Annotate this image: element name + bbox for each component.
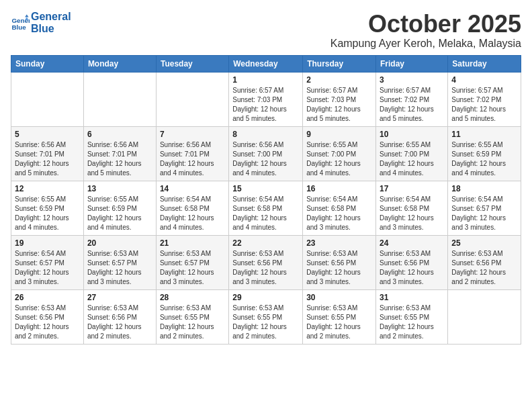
calendar-week-1: 1Sunrise: 6:57 AM Sunset: 7:03 PM Daylig…: [11, 72, 521, 126]
day-info: Sunrise: 6:53 AM Sunset: 6:57 PM Dayligh…: [87, 249, 152, 287]
calendar-cell: 1Sunrise: 6:57 AM Sunset: 7:03 PM Daylig…: [229, 72, 303, 126]
calendar-cell: 7Sunrise: 6:56 AM Sunset: 7:01 PM Daylig…: [156, 126, 228, 181]
day-info: Sunrise: 6:53 AM Sunset: 6:56 PM Dayligh…: [15, 304, 80, 341]
day-info: Sunrise: 6:54 AM Sunset: 6:58 PM Dayligh…: [160, 195, 225, 232]
day-number: 21: [160, 238, 225, 248]
day-number: 16: [306, 184, 372, 193]
day-number: 17: [380, 184, 444, 193]
day-number: 20: [87, 238, 152, 248]
calendar-cell: 14Sunrise: 6:54 AM Sunset: 6:58 PM Dayli…: [156, 181, 228, 235]
calendar-cell: 4Sunrise: 6:57 AM Sunset: 7:02 PM Daylig…: [448, 72, 521, 126]
day-info: Sunrise: 6:56 AM Sunset: 7:01 PM Dayligh…: [15, 140, 80, 178]
day-info: Sunrise: 6:55 AM Sunset: 6:59 PM Dayligh…: [87, 195, 152, 232]
day-info: Sunrise: 6:55 AM Sunset: 7:00 PM Dayligh…: [306, 140, 372, 178]
calendar-cell: 16Sunrise: 6:54 AM Sunset: 6:58 PM Dayli…: [303, 181, 376, 235]
calendar-cell: [448, 289, 521, 344]
day-info: Sunrise: 6:55 AM Sunset: 7:00 PM Dayligh…: [380, 140, 444, 178]
calendar-cell: 21Sunrise: 6:53 AM Sunset: 6:57 PM Dayli…: [156, 235, 228, 289]
day-number: 22: [232, 238, 299, 248]
calendar-cell: 25Sunrise: 6:53 AM Sunset: 6:56 PM Dayli…: [448, 235, 521, 289]
day-number: 10: [380, 130, 444, 139]
day-info: Sunrise: 6:54 AM Sunset: 6:57 PM Dayligh…: [15, 249, 80, 287]
month-title: October 2025: [330, 11, 521, 38]
calendar-cell: 31Sunrise: 6:53 AM Sunset: 6:55 PM Dayli…: [376, 289, 448, 344]
day-number: 7: [160, 130, 225, 139]
day-header-sunday: Sunday: [11, 55, 84, 72]
calendar-table: SundayMondayTuesdayWednesdayThursdayFrid…: [11, 55, 521, 345]
calendar-cell: 24Sunrise: 6:53 AM Sunset: 6:56 PM Dayli…: [376, 235, 448, 289]
calendar-cell: 3Sunrise: 6:57 AM Sunset: 7:02 PM Daylig…: [376, 72, 448, 126]
location-title: Kampung Ayer Keroh, Melaka, Malaysia: [330, 38, 521, 50]
calendar-cell: 18Sunrise: 6:54 AM Sunset: 6:57 PM Dayli…: [448, 181, 521, 235]
day-info: Sunrise: 6:56 AM Sunset: 7:00 PM Dayligh…: [232, 140, 299, 178]
day-info: Sunrise: 6:53 AM Sunset: 6:56 PM Dayligh…: [380, 249, 444, 287]
day-info: Sunrise: 6:53 AM Sunset: 6:56 PM Dayligh…: [232, 249, 299, 287]
calendar-cell: 20Sunrise: 6:53 AM Sunset: 6:57 PM Dayli…: [83, 235, 156, 289]
day-number: 18: [451, 184, 517, 193]
svg-text:Blue: Blue: [11, 23, 26, 30]
day-header-saturday: Saturday: [448, 55, 521, 72]
day-number: 14: [160, 184, 225, 193]
title-area: October 2025 Kampung Ayer Keroh, Melaka,…: [330, 11, 521, 50]
day-number: 8: [232, 130, 299, 139]
day-number: 9: [306, 130, 372, 139]
day-number: 4: [451, 75, 517, 85]
day-header-thursday: Thursday: [303, 55, 376, 72]
day-info: Sunrise: 6:54 AM Sunset: 6:58 PM Dayligh…: [380, 195, 444, 232]
day-number: 15: [232, 184, 299, 193]
day-number: 31: [380, 293, 444, 302]
calendar-cell: 2Sunrise: 6:57 AM Sunset: 7:03 PM Daylig…: [303, 72, 376, 126]
calendar-cell: 26Sunrise: 6:53 AM Sunset: 6:56 PM Dayli…: [11, 289, 84, 344]
calendar-cell: 28Sunrise: 6:53 AM Sunset: 6:55 PM Dayli…: [156, 289, 228, 344]
calendar-cell: 11Sunrise: 6:55 AM Sunset: 6:59 PM Dayli…: [448, 126, 521, 181]
day-info: Sunrise: 6:57 AM Sunset: 7:02 PM Dayligh…: [380, 86, 444, 124]
day-info: Sunrise: 6:53 AM Sunset: 6:57 PM Dayligh…: [160, 249, 225, 287]
day-info: Sunrise: 6:54 AM Sunset: 6:57 PM Dayligh…: [451, 195, 517, 232]
day-info: Sunrise: 6:57 AM Sunset: 7:03 PM Dayligh…: [232, 86, 299, 124]
day-info: Sunrise: 6:54 AM Sunset: 6:58 PM Dayligh…: [232, 195, 299, 232]
calendar-cell: [156, 72, 228, 126]
day-number: 5: [15, 130, 80, 139]
day-number: 19: [15, 238, 80, 248]
day-info: Sunrise: 6:53 AM Sunset: 6:56 PM Dayligh…: [451, 249, 517, 287]
calendar-cell: 19Sunrise: 6:54 AM Sunset: 6:57 PM Dayli…: [11, 235, 84, 289]
day-number: 23: [306, 238, 372, 248]
day-number: 25: [451, 238, 517, 248]
day-number: 6: [87, 130, 152, 139]
calendar-week-2: 5Sunrise: 6:56 AM Sunset: 7:01 PM Daylig…: [11, 126, 521, 181]
calendar-cell: 27Sunrise: 6:53 AM Sunset: 6:56 PM Dayli…: [83, 289, 156, 344]
calendar-cell: 8Sunrise: 6:56 AM Sunset: 7:00 PM Daylig…: [229, 126, 303, 181]
day-info: Sunrise: 6:53 AM Sunset: 6:55 PM Dayligh…: [306, 304, 372, 341]
calendar-cell: 5Sunrise: 6:56 AM Sunset: 7:01 PM Daylig…: [11, 126, 84, 181]
day-info: Sunrise: 6:54 AM Sunset: 6:58 PM Dayligh…: [306, 195, 372, 232]
day-info: Sunrise: 6:53 AM Sunset: 6:55 PM Dayligh…: [232, 304, 299, 341]
svg-marker-2: [25, 14, 29, 17]
calendar-cell: 17Sunrise: 6:54 AM Sunset: 6:58 PM Dayli…: [376, 181, 448, 235]
day-number: 30: [306, 293, 372, 302]
calendar-week-4: 19Sunrise: 6:54 AM Sunset: 6:57 PM Dayli…: [11, 235, 521, 289]
calendar-week-3: 12Sunrise: 6:55 AM Sunset: 6:59 PM Dayli…: [11, 181, 521, 235]
calendar-cell: 9Sunrise: 6:55 AM Sunset: 7:00 PM Daylig…: [303, 126, 376, 181]
day-info: Sunrise: 6:53 AM Sunset: 6:55 PM Dayligh…: [380, 304, 444, 341]
day-number: 28: [160, 293, 225, 302]
calendar-cell: 22Sunrise: 6:53 AM Sunset: 6:56 PM Dayli…: [229, 235, 303, 289]
day-number: 29: [232, 293, 299, 302]
day-info: Sunrise: 6:53 AM Sunset: 6:56 PM Dayligh…: [87, 304, 152, 341]
day-info: Sunrise: 6:57 AM Sunset: 7:03 PM Dayligh…: [306, 86, 372, 124]
calendar-cell: 15Sunrise: 6:54 AM Sunset: 6:58 PM Dayli…: [229, 181, 303, 235]
logo-icon: General Blue: [11, 13, 30, 32]
day-number: 24: [380, 238, 444, 248]
calendar-cell: 30Sunrise: 6:53 AM Sunset: 6:55 PM Dayli…: [303, 289, 376, 344]
page-header: General Blue General Blue October 2025 K…: [11, 11, 521, 50]
logo-text-blue: Blue: [31, 23, 71, 35]
calendar-cell: [11, 72, 84, 126]
day-number: 13: [87, 184, 152, 193]
day-info: Sunrise: 6:53 AM Sunset: 6:56 PM Dayligh…: [306, 249, 372, 287]
calendar-cell: 23Sunrise: 6:53 AM Sunset: 6:56 PM Dayli…: [303, 235, 376, 289]
calendar-cell: 6Sunrise: 6:56 AM Sunset: 7:01 PM Daylig…: [83, 126, 156, 181]
day-info: Sunrise: 6:55 AM Sunset: 6:59 PM Dayligh…: [15, 195, 80, 232]
day-header-friday: Friday: [376, 55, 448, 72]
day-info: Sunrise: 6:57 AM Sunset: 7:02 PM Dayligh…: [451, 86, 517, 124]
day-header-tuesday: Tuesday: [156, 55, 228, 72]
day-number: 26: [15, 293, 80, 302]
